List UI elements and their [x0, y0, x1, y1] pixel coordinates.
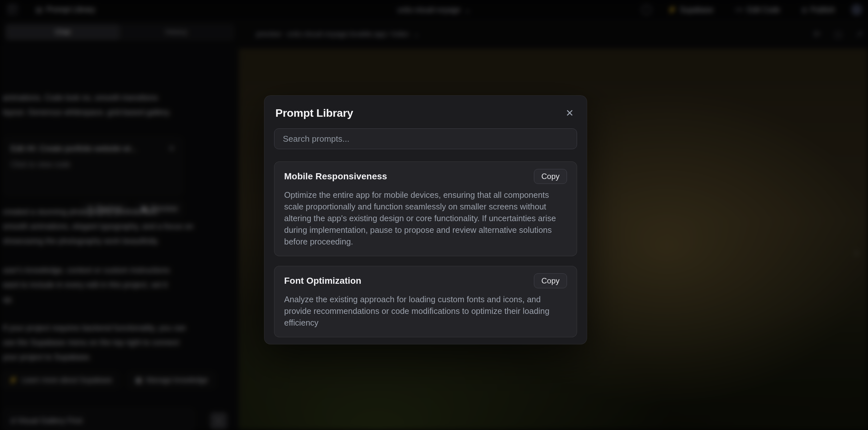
- copy-button[interactable]: Copy: [534, 169, 567, 184]
- prompt-description: Optimize the entire app for mobile devic…: [284, 189, 567, 247]
- prompt-library-modal: Prompt Library ✕ Mobile Responsiveness C…: [264, 95, 587, 344]
- search-input[interactable]: [274, 128, 577, 149]
- close-icon[interactable]: ✕: [563, 107, 577, 119]
- prompt-card[interactable]: Mobile Responsiveness Copy Optimize the …: [274, 161, 577, 256]
- prompt-title: Font Optimization: [284, 276, 361, 286]
- modal-header: Prompt Library ✕: [274, 105, 577, 119]
- modal-title: Prompt Library: [275, 107, 353, 119]
- prompt-title: Mobile Responsiveness: [284, 171, 387, 182]
- prompt-card[interactable]: Font Optimization Copy Analyze the exist…: [274, 266, 577, 337]
- copy-button[interactable]: Copy: [534, 273, 567, 288]
- prompt-description: Analyze the existing approach for loadin…: [284, 294, 567, 329]
